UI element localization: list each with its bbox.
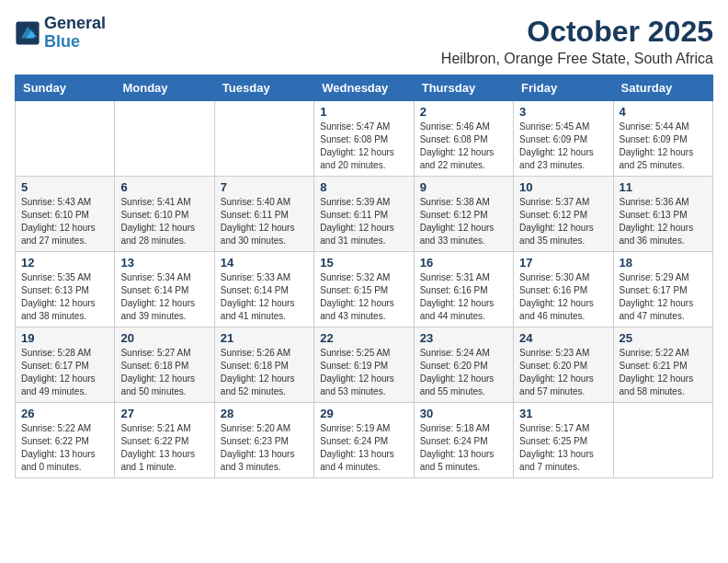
day-content: Sunrise: 5:33 AM Sunset: 6:14 PM Dayligh… [221, 271, 308, 323]
week-row-3: 12Sunrise: 5:35 AM Sunset: 6:13 PM Dayli… [16, 252, 713, 327]
calendar-cell: 22Sunrise: 5:25 AM Sunset: 6:19 PM Dayli… [314, 327, 414, 403]
day-content: Sunrise: 5:34 AM Sunset: 6:14 PM Dayligh… [120, 271, 208, 323]
calendar-cell: 2Sunrise: 5:46 AM Sunset: 6:08 PM Daylig… [414, 101, 513, 177]
calendar-cell [613, 403, 712, 478]
day-number: 26 [21, 407, 108, 420]
calendar-cell: 19Sunrise: 5:28 AM Sunset: 6:17 PM Dayli… [16, 327, 115, 403]
calendar-cell: 12Sunrise: 5:35 AM Sunset: 6:13 PM Dayli… [16, 252, 115, 327]
day-number: 11 [620, 180, 707, 194]
day-number: 28 [221, 407, 308, 420]
calendar-cell: 23Sunrise: 5:24 AM Sunset: 6:20 PM Dayli… [414, 327, 513, 403]
calendar-cell: 20Sunrise: 5:27 AM Sunset: 6:18 PM Dayli… [115, 327, 214, 403]
calendar-cell [16, 101, 115, 177]
day-number: 30 [420, 407, 507, 420]
day-number: 24 [519, 331, 607, 345]
day-content: Sunrise: 5:36 AM Sunset: 6:13 PM Dayligh… [620, 196, 707, 247]
day-number: 15 [320, 256, 407, 270]
week-row-2: 5Sunrise: 5:43 AM Sunset: 6:10 PM Daylig… [16, 177, 713, 252]
day-number: 14 [221, 256, 308, 270]
day-number: 17 [519, 256, 607, 270]
day-number: 4 [620, 105, 707, 119]
calendar-cell: 11Sunrise: 5:36 AM Sunset: 6:13 PM Dayli… [613, 177, 712, 252]
day-content: Sunrise: 5:45 AM Sunset: 6:09 PM Dayligh… [519, 121, 607, 172]
day-content: Sunrise: 5:20 AM Sunset: 6:23 PM Dayligh… [221, 422, 308, 474]
day-content: Sunrise: 5:19 AM Sunset: 6:24 PM Dayligh… [320, 422, 407, 474]
calendar-cell: 6Sunrise: 5:41 AM Sunset: 6:10 PM Daylig… [115, 177, 214, 252]
calendar-cell: 5Sunrise: 5:43 AM Sunset: 6:10 PM Daylig… [16, 177, 115, 252]
day-number: 5 [21, 180, 108, 194]
day-number: 27 [120, 407, 208, 420]
weekday-header-monday: Monday [115, 75, 214, 101]
day-content: Sunrise: 5:17 AM Sunset: 6:25 PM Dayligh… [519, 422, 607, 474]
day-number: 2 [420, 105, 507, 119]
week-row-1: 1Sunrise: 5:47 AM Sunset: 6:08 PM Daylig… [16, 101, 713, 177]
day-content: Sunrise: 5:26 AM Sunset: 6:18 PM Dayligh… [221, 347, 308, 398]
day-number: 22 [320, 331, 407, 345]
day-content: Sunrise: 5:40 AM Sunset: 6:11 PM Dayligh… [221, 196, 308, 247]
calendar-cell [115, 101, 214, 177]
day-number: 12 [21, 256, 108, 270]
day-content: Sunrise: 5:23 AM Sunset: 6:20 PM Dayligh… [519, 347, 607, 398]
week-row-5: 26Sunrise: 5:22 AM Sunset: 6:22 PM Dayli… [16, 403, 713, 478]
day-number: 8 [320, 180, 407, 194]
calendar-cell: 25Sunrise: 5:22 AM Sunset: 6:21 PM Dayli… [613, 327, 712, 403]
calendar-cell: 30Sunrise: 5:18 AM Sunset: 6:24 PM Dayli… [414, 403, 513, 478]
page-header: General Blue October 2025 Heilbron, Oran… [15, 15, 713, 67]
logo: General Blue [15, 15, 106, 52]
week-row-4: 19Sunrise: 5:28 AM Sunset: 6:17 PM Dayli… [16, 327, 713, 403]
day-number: 10 [519, 180, 607, 194]
title-area: October 2025 Heilbron, Orange Free State… [441, 15, 713, 67]
calendar-cell: 16Sunrise: 5:31 AM Sunset: 6:16 PM Dayli… [414, 252, 513, 327]
day-content: Sunrise: 5:37 AM Sunset: 6:12 PM Dayligh… [519, 196, 607, 247]
calendar-cell [214, 101, 313, 177]
day-content: Sunrise: 5:35 AM Sunset: 6:13 PM Dayligh… [21, 271, 108, 323]
day-number: 13 [120, 256, 208, 270]
day-content: Sunrise: 5:21 AM Sunset: 6:22 PM Dayligh… [120, 422, 208, 474]
calendar-cell: 18Sunrise: 5:29 AM Sunset: 6:17 PM Dayli… [613, 252, 712, 327]
day-content: Sunrise: 5:22 AM Sunset: 6:22 PM Dayligh… [21, 422, 108, 474]
calendar-cell: 29Sunrise: 5:19 AM Sunset: 6:24 PM Dayli… [314, 403, 414, 478]
day-content: Sunrise: 5:44 AM Sunset: 6:09 PM Dayligh… [620, 121, 707, 172]
day-number: 16 [420, 256, 507, 270]
calendar-cell: 1Sunrise: 5:47 AM Sunset: 6:08 PM Daylig… [314, 101, 414, 177]
day-number: 29 [320, 407, 407, 420]
day-content: Sunrise: 5:30 AM Sunset: 6:16 PM Dayligh… [519, 271, 607, 323]
weekday-header-tuesday: Tuesday [214, 75, 313, 101]
calendar-cell: 27Sunrise: 5:21 AM Sunset: 6:22 PM Dayli… [115, 403, 214, 478]
logo-icon [15, 20, 40, 46]
day-number: 6 [120, 180, 208, 194]
day-number: 21 [221, 331, 308, 345]
calendar-cell: 31Sunrise: 5:17 AM Sunset: 6:25 PM Dayli… [514, 403, 613, 478]
calendar-cell: 14Sunrise: 5:33 AM Sunset: 6:14 PM Dayli… [214, 252, 313, 327]
day-content: Sunrise: 5:25 AM Sunset: 6:19 PM Dayligh… [320, 347, 407, 398]
calendar-cell: 4Sunrise: 5:44 AM Sunset: 6:09 PM Daylig… [613, 101, 712, 177]
calendar-cell: 3Sunrise: 5:45 AM Sunset: 6:09 PM Daylig… [514, 101, 613, 177]
weekday-header-sunday: Sunday [16, 75, 115, 101]
calendar-cell: 9Sunrise: 5:38 AM Sunset: 6:12 PM Daylig… [414, 177, 513, 252]
day-number: 19 [21, 331, 108, 345]
day-content: Sunrise: 5:18 AM Sunset: 6:24 PM Dayligh… [420, 422, 507, 474]
day-content: Sunrise: 5:29 AM Sunset: 6:17 PM Dayligh… [620, 271, 707, 323]
logo-line1: General [44, 15, 106, 33]
calendar-cell: 7Sunrise: 5:40 AM Sunset: 6:11 PM Daylig… [214, 177, 313, 252]
logo-line2: Blue [44, 33, 106, 52]
weekday-header-wednesday: Wednesday [314, 75, 414, 101]
weekday-header-saturday: Saturday [613, 75, 712, 101]
day-content: Sunrise: 5:43 AM Sunset: 6:10 PM Dayligh… [21, 196, 108, 247]
day-number: 23 [420, 331, 507, 345]
weekday-header-friday: Friday [514, 75, 613, 101]
day-number: 3 [519, 105, 607, 119]
day-content: Sunrise: 5:31 AM Sunset: 6:16 PM Dayligh… [420, 271, 507, 323]
weekday-header-thursday: Thursday [414, 75, 513, 101]
day-number: 1 [320, 105, 407, 119]
day-number: 18 [620, 256, 707, 270]
calendar-cell: 10Sunrise: 5:37 AM Sunset: 6:12 PM Dayli… [514, 177, 613, 252]
day-content: Sunrise: 5:28 AM Sunset: 6:17 PM Dayligh… [21, 347, 108, 398]
calendar-cell: 28Sunrise: 5:20 AM Sunset: 6:23 PM Dayli… [214, 403, 313, 478]
day-content: Sunrise: 5:39 AM Sunset: 6:11 PM Dayligh… [320, 196, 407, 247]
month-title: October 2025 [441, 15, 713, 49]
day-content: Sunrise: 5:32 AM Sunset: 6:15 PM Dayligh… [320, 271, 407, 323]
calendar-cell: 17Sunrise: 5:30 AM Sunset: 6:16 PM Dayli… [514, 252, 613, 327]
calendar-cell: 8Sunrise: 5:39 AM Sunset: 6:11 PM Daylig… [314, 177, 414, 252]
day-content: Sunrise: 5:22 AM Sunset: 6:21 PM Dayligh… [620, 347, 707, 398]
